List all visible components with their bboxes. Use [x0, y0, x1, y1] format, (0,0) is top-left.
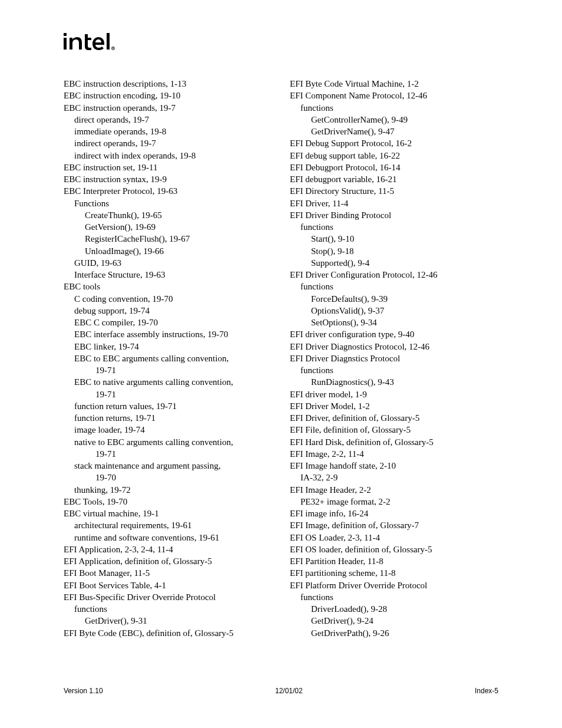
- index-entry: EFI OS Loader, 2-3, 11-4: [290, 532, 498, 543]
- index-entry: functions: [290, 591, 498, 603]
- page-footer: Version 1.10 12/01/02 Index-5: [64, 687, 498, 695]
- index-entry: runtime and software conventions, 19-61: [64, 532, 272, 543]
- index-entry: functions: [290, 281, 498, 292]
- index-entry: EFI image info, 16-24: [290, 508, 498, 519]
- index-entry: GetDriver(), 9-24: [290, 615, 498, 627]
- index-entry: EFI driver configuration type, 9-40: [290, 328, 498, 340]
- index-entry: SetOptions(), 9-34: [290, 317, 498, 328]
- index-entry: GetVersion(), 19-69: [64, 221, 272, 233]
- index-entry: GUID, 19-63: [64, 257, 272, 269]
- index-entry: EBC instruction set, 19-11: [64, 162, 272, 173]
- index-entry: GetControllerName(), 9-49: [290, 114, 498, 126]
- index-entry: EFI Byte Code (EBC), definition of, Glos…: [64, 627, 272, 639]
- index-entry: EBC instruction operands, 19-7: [64, 102, 272, 114]
- index-entry: image loader, 19-74: [64, 424, 272, 436]
- index-entry: EBC tools: [64, 281, 272, 292]
- index-entry: IA-32, 2-9: [290, 472, 498, 483]
- index-column-right: EFI Byte Code Virtual Machine, 1-2EFI Co…: [290, 78, 498, 639]
- index-entry: EFI Driver Diagnostics Protocol, 12-46: [290, 341, 498, 353]
- index-entry: 19-71: [64, 364, 272, 376]
- index-entry: EFI Boot Manager, 11-5: [64, 567, 272, 579]
- svg-rect-2: [107, 33, 110, 50]
- index-entry: RunDiagnostics(), 9-43: [290, 376, 498, 388]
- index-entry: EBC instruction descriptions, 1-13: [64, 78, 272, 90]
- index-entry: GetDriverPath(), 9-26: [290, 627, 498, 639]
- index-entry: Supported(), 9-4: [290, 257, 498, 269]
- index-entry: function returns, 19-71: [64, 412, 272, 424]
- index-entry: OptionsValid(), 9-37: [290, 305, 498, 317]
- index-entry: EFI Application, definition of, Glossary…: [64, 555, 272, 567]
- index-entry: EBC instruction encoding, 19-10: [64, 90, 272, 101]
- index-entry: EFI Image handoff state, 2-10: [290, 460, 498, 472]
- index-entry: EFI Driver, 11-4: [290, 197, 498, 209]
- index-entry: 19-71: [64, 388, 272, 400]
- page-content: EBC instruction descriptions, 1-13EBC in…: [0, 0, 562, 639]
- footer-left: Version 1.10: [64, 687, 103, 695]
- index-entry: direct operands, 19-7: [64, 114, 272, 126]
- index-entry: EFI Driver, definition of, Glossary-5: [290, 412, 498, 424]
- index-entry: indirect with index operands, 19-8: [64, 150, 272, 162]
- index-entry: EFI File, definition of, Glossary-5: [290, 424, 498, 436]
- index-entry: EBC instruction syntax, 19-9: [64, 173, 272, 185]
- index-entry: EFI Driver Model, 1-2: [290, 400, 498, 412]
- index-entry: thunking, 19-72: [64, 484, 272, 496]
- index-entry: EFI Directory Structure, 11-5: [290, 185, 498, 197]
- index-entry: EFI Debug Support Protocol, 16-2: [290, 137, 498, 149]
- index-entry: indirect operands, 19-7: [64, 137, 272, 149]
- index-entry: native to EBC arguments calling conventi…: [64, 436, 272, 448]
- intel-logo: [64, 33, 498, 54]
- index-entry: EBC linker, 19-74: [64, 341, 272, 353]
- index-entry: architectural requirements, 19-61: [64, 519, 272, 531]
- index-entry: 19-71: [64, 448, 272, 460]
- index-entry: Functions: [64, 197, 272, 209]
- index-entry: EBC Interpreter Protocol, 19-63: [64, 185, 272, 197]
- index-entry: functions: [290, 221, 498, 233]
- index-entry: EFI Platform Driver Override Protocol: [290, 579, 498, 591]
- footer-right: Index-5: [475, 687, 498, 695]
- index-entry: DriverLoaded(), 9-28: [290, 603, 498, 615]
- index-entry: EFI driver model, 1-9: [290, 388, 498, 400]
- footer-center: 12/01/02: [275, 687, 303, 695]
- index-entry: Start(), 9-10: [290, 233, 498, 245]
- index-entry: Interface Structure, 19-63: [64, 269, 272, 281]
- index-entry: EFI Driver Binding Protocol: [290, 209, 498, 221]
- index-entry: CreateThunk(), 19-65: [64, 209, 272, 221]
- index-entry: C coding convention, 19-70: [64, 293, 272, 305]
- index-entry: GetDriver(), 9-31: [64, 615, 272, 627]
- svg-rect-0: [64, 33, 67, 36]
- index-entry: function return values, 19-71: [64, 400, 272, 412]
- index-entry: EFI Boot Services Table, 4-1: [64, 579, 272, 591]
- index-entry: UnloadImage(), 19-66: [64, 245, 272, 257]
- index-entry: EFI debugport variable, 16-21: [290, 173, 498, 185]
- index-entry: EFI Image Header, 2-2: [290, 484, 498, 496]
- index-entry: EFI partitioning scheme, 11-8: [290, 567, 498, 579]
- index-entry: EBC to EBC arguments calling convention,: [64, 353, 272, 364]
- index-column-left: EBC instruction descriptions, 1-13EBC in…: [64, 78, 272, 639]
- index-entry: debug support, 19-74: [64, 305, 272, 317]
- index-entry: EBC Tools, 19-70: [64, 496, 272, 508]
- index-entry: EFI Component Name Protocol, 12-46: [290, 90, 498, 101]
- index-entry: EFI Image, definition of, Glossary-7: [290, 519, 498, 531]
- index-entry: EFI Byte Code Virtual Machine, 1-2: [290, 78, 498, 90]
- index-entry: EFI Bus-Specific Driver Override Protoco…: [64, 591, 272, 603]
- index-entry: EFI Image, 2-2, 11-4: [290, 448, 498, 460]
- index-entry: stack maintenance and argument passing,: [64, 460, 272, 472]
- index-entry: functions: [290, 102, 498, 114]
- index-entry: EFI Driver Diagnstics Protocol: [290, 353, 498, 364]
- index-entry: EFI Driver Configuration Protocol, 12-46: [290, 269, 498, 281]
- index-entry: EBC C compiler, 19-70: [64, 317, 272, 328]
- index-entry: EFI Hard Disk, definition of, Glossary-5: [290, 436, 498, 448]
- index-entry: EFI debug support table, 16-22: [290, 150, 498, 162]
- index-columns: EBC instruction descriptions, 1-13EBC in…: [64, 78, 498, 639]
- index-entry: EBC virtual machine, 19-1: [64, 508, 272, 519]
- index-entry: EBC interface assembly instructions, 19-…: [64, 328, 272, 340]
- index-entry: functions: [64, 603, 272, 615]
- index-entry: ForceDefaults(), 9-39: [290, 293, 498, 305]
- index-entry: immediate operands, 19-8: [64, 126, 272, 137]
- index-entry: EFI Application, 2-3, 2-4, 11-4: [64, 543, 272, 555]
- svg-rect-1: [64, 38, 67, 50]
- index-entry: Stop(), 9-18: [290, 245, 498, 257]
- index-entry: 19-70: [64, 472, 272, 483]
- index-entry: PE32+ image format, 2-2: [290, 496, 498, 508]
- index-entry: EBC to native arguments calling conventi…: [64, 376, 272, 388]
